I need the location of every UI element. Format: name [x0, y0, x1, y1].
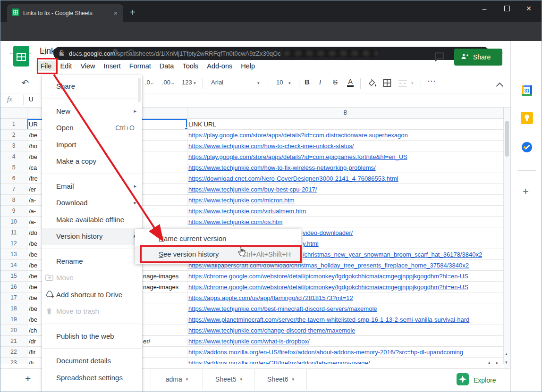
browser-tab[interactable]: Links to fix - Google Sheets × — [7, 4, 123, 22]
file-menu-item-rename[interactable]: Rename — [42, 253, 142, 270]
sheet-tab-adma[interactable]: adma▾ — [151, 368, 203, 390]
cell-a-fragment[interactable]: /be — [29, 314, 42, 325]
borders-icon[interactable] — [383, 79, 391, 89]
cell-b-link[interactable]: /christmas_new_year_snowman_broom_scarf_… — [303, 249, 503, 260]
cell-b-link[interactable]: https://addons.mozilla.org/en-GB/firefox… — [188, 358, 503, 364]
menu-help[interactable]: Help — [237, 61, 259, 71]
file-menu-item-make-a-copy[interactable]: Make a copy — [42, 153, 142, 170]
cell-a-fragment[interactable]: /be — [29, 282, 42, 292]
cell-a-fragment[interactable]: /be — [29, 249, 42, 260]
cell-b-link[interactable]: https://www.techjunkie.com/virtualmem.ht… — [188, 206, 503, 217]
tasks-icon[interactable] — [521, 141, 533, 155]
row-number[interactable]: 14 — [0, 260, 27, 271]
cell-a-fragment[interactable]: /er — [29, 184, 42, 195]
row-number[interactable]: 5 — [0, 162, 27, 173]
submenu-item-name-current-version[interactable]: Name current version — [135, 231, 301, 246]
window-minimize-button[interactable]: – — [476, 0, 492, 17]
window-close-button[interactable]: × — [521, 0, 537, 17]
move-to-drive-icon[interactable] — [110, 48, 120, 58]
more-toolbar-icon[interactable]: ⋯ — [427, 76, 436, 86]
file-menu-item-make-available-offline[interactable]: Make available offline — [42, 211, 142, 228]
cell-a-fragment[interactable]: /fre — [29, 173, 42, 184]
row-number[interactable]: 8 — [0, 195, 27, 206]
file-menu-item-spreadsheet-settings[interactable]: Spreadsheet settings — [42, 369, 142, 386]
cell-a-fragment[interactable]: /be — [29, 151, 42, 162]
sheet-tab-caret-icon[interactable]: ▾ — [240, 377, 242, 382]
number-format-button[interactable]: 123 ▾ — [182, 79, 196, 86]
row-number[interactable]: 18 — [0, 303, 27, 314]
comment-icon[interactable] — [433, 51, 445, 65]
file-menu-item-add-shortcut-to-drive[interactable]: Add shortcut to Drive — [42, 286, 142, 303]
row-number[interactable]: 22 — [0, 347, 27, 358]
sheet-tab-caret-icon[interactable]: ▾ — [186, 377, 188, 382]
file-menu-item-publish-to-the-web[interactable]: Publish to the web — [42, 328, 142, 345]
scroll-down-icon[interactable]: ▾ — [505, 360, 508, 365]
sheet-tab-sheet5[interactable]: Sheet5▾ — [203, 368, 255, 390]
italic-button[interactable]: I — [319, 78, 321, 86]
menu-insert[interactable]: Insert — [100, 61, 125, 71]
cell-b-link[interactable]: https://www.techjunkie.com/buy-best-cpu-… — [188, 184, 503, 195]
row-number[interactable]: 7 — [0, 184, 27, 195]
cell-b-link[interactable]: y.html — [303, 238, 503, 249]
calendar-icon[interactable]: 31 — [521, 84, 533, 99]
font-caret-icon[interactable]: ▾ — [257, 81, 260, 85]
add-sheet-icon[interactable]: + — [25, 373, 31, 384]
text-color-button[interactable]: A — [347, 77, 354, 87]
cell-a-fragment[interactable]: /be — [29, 238, 42, 249]
scroll-left-icon[interactable]: ◂ — [488, 360, 490, 365]
menu-tools[interactable]: Tools — [178, 61, 203, 71]
file-menu-item-share[interactable]: Share — [42, 78, 142, 95]
row-number[interactable]: 15 — [0, 271, 27, 282]
scroll-right-icon[interactable]: ▸ — [496, 360, 499, 365]
tab-close-icon[interactable]: × — [113, 9, 119, 17]
cell-b-link[interactable]: https://www.techjunkie.com/what-is-dropb… — [188, 336, 503, 347]
file-menu-item-import[interactable]: Import — [42, 136, 142, 153]
sheet-tab-sheet6[interactable]: Sheet6▾ — [255, 368, 307, 390]
cell-b-link[interactable]: https://www.planetminecraft.com/server/t… — [188, 314, 503, 325]
file-menu-item-download[interactable]: Download▸ — [42, 194, 142, 211]
file-menu-item-document-details[interactable]: Document details — [42, 352, 142, 369]
cell-b-link[interactable]: https://www.techjunkie.com/how-to-check-… — [188, 141, 503, 151]
cell-a-fragment[interactable]: UR — [29, 119, 42, 130]
explore-button[interactable]: Explore — [457, 373, 496, 387]
cell-b-link[interactable]: https://www.techjunkie.com/micron.htm — [188, 195, 503, 206]
collapse-toolbar-icon[interactable] — [496, 83, 504, 90]
vertical-scrollbar-thumb[interactable] — [505, 121, 509, 157]
row-number[interactable]: 9 — [0, 206, 27, 217]
menu-data[interactable]: Data — [155, 61, 178, 71]
sheets-logo-icon[interactable] — [13, 45, 30, 69]
cell-b-link[interactable]: https://addons.mozilla.org/en-US/firefox… — [188, 347, 503, 358]
cell-a-fragment[interactable]: /fi — [29, 358, 42, 364]
row-number[interactable]: 23 — [0, 358, 27, 364]
menu-edit[interactable]: Edit — [56, 61, 76, 71]
font-size-select[interactable]: 10 — [276, 79, 283, 86]
file-menu-item-version-history[interactable]: Version history▸ — [42, 228, 142, 245]
row-number[interactable]: 11 — [0, 227, 27, 238]
cell-a-fragment[interactable]: /dr — [29, 336, 42, 347]
cell-a-fragment[interactable]: /fir — [29, 347, 42, 358]
cell-a-fragment[interactable]: /do — [29, 227, 42, 238]
row-number[interactable]: 12 — [0, 238, 27, 249]
cell-a-fragment[interactable]: /be — [29, 271, 42, 282]
keep-icon[interactable] — [521, 112, 533, 126]
get-add-ons-icon[interactable]: + — [523, 185, 529, 198]
decrease-decimal-button[interactable]: .0← — [145, 79, 154, 86]
increase-decimal-button[interactable]: .00→ — [162, 79, 175, 86]
scroll-up-icon[interactable]: ▴ — [505, 351, 508, 356]
cell-b-link[interactable]: video-downloader/ — [303, 227, 503, 238]
row-number[interactable]: 4 — [0, 151, 27, 162]
cell-a-fragment[interactable]: /be — [29, 303, 42, 314]
cell-b-header[interactable]: LINK URL — [188, 119, 503, 130]
cell-a-fragment[interactable]: /ca — [29, 162, 42, 173]
document-title[interactable]: Links to fix — [40, 46, 80, 56]
cell-b-link[interactable]: https://play.google.com/store/apps/detai… — [188, 130, 503, 141]
cell-a-fragment[interactable]: /a- — [29, 217, 42, 227]
file-menu-item-email[interactable]: Email▸ — [42, 178, 142, 195]
undo-icon[interactable]: ↶ — [22, 78, 29, 88]
cell-b-link[interactable]: https://www.techjunkie.com/how-to-fix-wi… — [188, 162, 503, 173]
cell-a-fragment[interactable]: /ho — [29, 141, 42, 151]
strikethrough-button[interactable]: S — [333, 78, 338, 86]
cell-b-link[interactable]: https://play.google.com/store/apps/detai… — [188, 151, 503, 162]
row-number[interactable]: 19 — [0, 314, 27, 325]
row-number[interactable]: 16 — [0, 282, 27, 292]
